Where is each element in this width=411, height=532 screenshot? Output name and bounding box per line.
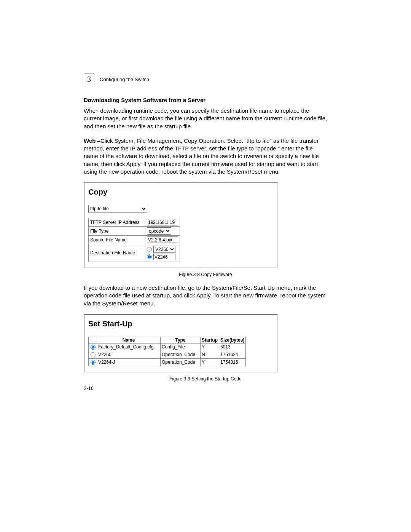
startup-row-type: Operation_Code xyxy=(161,351,201,358)
startup-row-radio[interactable] xyxy=(91,360,96,365)
startup-row-size: 1754316 xyxy=(219,358,246,366)
startup-row-name: Factory_Default_Config.cfg xyxy=(97,343,161,351)
figure-caption-2: Figure 3-9 Setting the Startup Code xyxy=(84,376,327,382)
page-number: 3-16 xyxy=(84,385,94,391)
copy-form-table: TFTP Server IP Address File Type opcode … xyxy=(88,218,180,262)
dest-radio-select[interactable] xyxy=(147,247,152,252)
startup-th-size: Size(bytes) xyxy=(219,337,246,343)
ip-input[interactable] xyxy=(147,219,178,225)
chapter-header: 3 Configuring the Switch xyxy=(84,73,327,85)
section-title: Downloading System Software from a Serve… xyxy=(84,97,327,103)
startup-panel: Set Start-Up Name Type Startup Size(byte… xyxy=(84,314,278,372)
startup-row-startup: Y xyxy=(201,358,219,366)
startup-panel-title: Set Start-Up xyxy=(88,320,273,328)
paragraph-web: Web –Click System, File Management, Copy… xyxy=(84,137,327,176)
startup-row-startup: N xyxy=(201,351,219,358)
startup-table: Name Type Startup Size(bytes) Factory_De… xyxy=(88,337,246,366)
table-row: V2260 Operation_Code N 1751624 xyxy=(89,351,246,358)
ip-label: TFTP Server IP Address xyxy=(89,218,145,227)
table-row: Factory_Default_Config.cfg Config_File Y… xyxy=(89,343,246,351)
startup-row-type: Config_File xyxy=(161,343,201,351)
copy-panel: Copy tftp to file TFTP Server IP Address… xyxy=(84,182,278,268)
chapter-number: 3 xyxy=(84,73,94,85)
paragraph-startup: If you download to a new destination fil… xyxy=(84,284,327,307)
copy-mode-select[interactable]: tftp to file xyxy=(88,205,147,212)
chapter-title: Configuring the Switch xyxy=(100,77,149,82)
filetype-select[interactable]: opcode xyxy=(147,227,171,235)
dest-text-input[interactable] xyxy=(153,254,175,260)
copy-panel-title: Copy xyxy=(88,188,273,197)
dest-radio-text[interactable] xyxy=(147,254,152,259)
source-label: Source File Name xyxy=(89,236,145,244)
paragraph-intro: When downloading runtime code, you can s… xyxy=(84,107,327,130)
dest-label: Destination File Name xyxy=(89,244,145,262)
startup-row-startup: Y xyxy=(201,343,219,351)
startup-row-size: 5013 xyxy=(219,343,246,351)
source-input[interactable] xyxy=(147,236,178,243)
dest-select[interactable]: V2260 xyxy=(153,246,175,253)
startup-row-size: 1751624 xyxy=(219,351,246,358)
startup-th-name: Name xyxy=(97,337,161,343)
paragraph-web-body: –Click System, File Management, Copy Ope… xyxy=(84,137,319,175)
startup-th-blank xyxy=(89,337,97,343)
table-row: V2264-J Operation_Code Y 1754316 xyxy=(89,358,246,366)
startup-row-radio[interactable] xyxy=(91,352,96,357)
startup-row-name: V2260 xyxy=(97,351,161,358)
startup-row-name: V2264-J xyxy=(97,358,161,366)
startup-th-type: Type xyxy=(161,337,201,343)
startup-th-startup: Startup xyxy=(201,337,219,343)
filetype-label: File Type xyxy=(89,227,145,236)
startup-row-radio[interactable] xyxy=(91,345,96,350)
paragraph-web-lead: Web xyxy=(84,137,96,144)
startup-row-type: Operation_Code xyxy=(161,358,201,366)
figure-caption-1: Figure 3-8 Copy Firmware xyxy=(84,272,327,277)
